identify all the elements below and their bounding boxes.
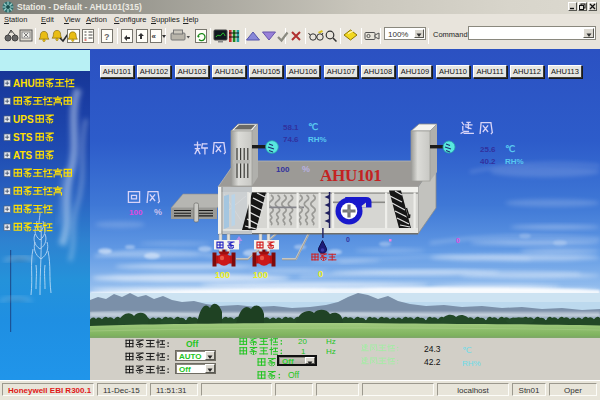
svg-text:ATS: ATS <box>13 150 33 161</box>
svg-text:%: % <box>154 207 162 217</box>
svg-text:100: 100 <box>276 165 290 174</box>
svg-text:40.2: 40.2 <box>480 157 496 166</box>
svg-text:?: ? <box>104 32 110 42</box>
svg-text:℃: ℃ <box>505 144 515 154</box>
svg-text:Hz: Hz <box>326 347 336 356</box>
svg-text:0: 0 <box>346 236 350 243</box>
svg-text:RH%: RH% <box>505 157 524 166</box>
svg-text:100: 100 <box>215 270 230 280</box>
svg-text:58.1: 58.1 <box>283 123 299 132</box>
svg-text:100: 100 <box>129 208 143 217</box>
svg-text:25.6: 25.6 <box>480 145 496 154</box>
svg-text:RH%: RH% <box>462 359 481 368</box>
svg-text:AHU101: AHU101 <box>320 166 381 185</box>
svg-text:RH%: RH% <box>308 135 327 144</box>
svg-text:«: « <box>152 32 157 41</box>
svg-text:%: % <box>302 164 310 174</box>
svg-text:UPS: UPS <box>13 114 34 125</box>
svg-text:0: 0 <box>456 237 460 244</box>
svg-text:74.6: 74.6 <box>283 135 299 144</box>
svg-text:20: 20 <box>298 338 307 346</box>
svg-text:Hz: Hz <box>326 338 336 346</box>
svg-text:℃: ℃ <box>462 345 472 355</box>
svg-text:100: 100 <box>253 270 268 280</box>
svg-text:℃: ℃ <box>308 122 318 132</box>
svg-text:AHU: AHU <box>13 78 35 89</box>
svg-text:STS: STS <box>13 132 33 143</box>
svg-text:42.2: 42.2 <box>424 357 441 367</box>
svg-text:Off: Off <box>186 339 198 349</box>
svg-text:Off: Off <box>288 370 300 380</box>
svg-text:0: 0 <box>318 269 323 279</box>
svg-text:24.3: 24.3 <box>424 344 441 354</box>
